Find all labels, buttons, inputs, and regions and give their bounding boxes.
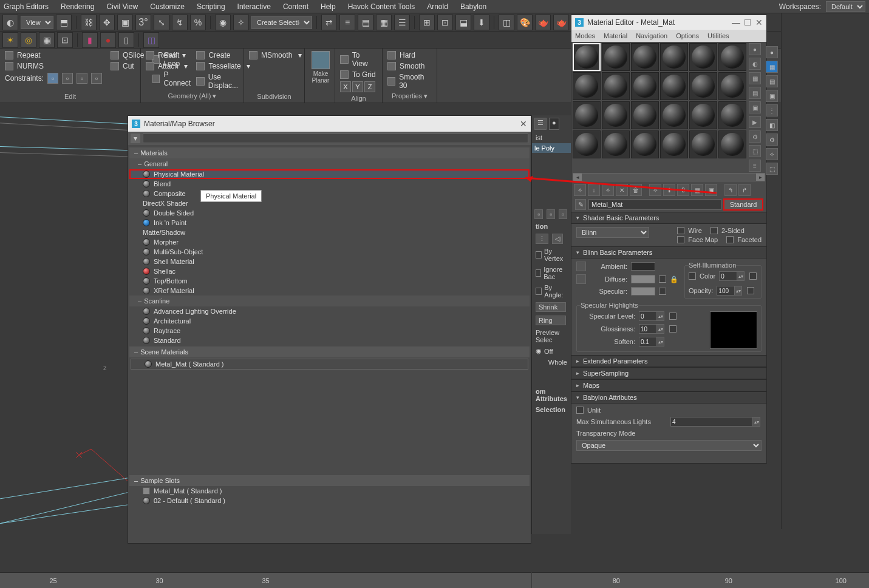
- sample-slot[interactable]: [573, 130, 601, 158]
- background-icon[interactable]: ▦: [749, 72, 761, 84]
- material-name-input[interactable]: [588, 199, 721, 210]
- assign-icon[interactable]: ✧: [602, 184, 614, 196]
- close-icon[interactable]: ✕: [520, 119, 527, 129]
- med-menu-material[interactable]: Material: [604, 32, 627, 39]
- slots-scrollbar[interactable]: ◂▸: [573, 173, 765, 181]
- off-radio[interactable]: ◉Off: [532, 345, 571, 357]
- tool-btn-17[interactable]: ⬓: [455, 15, 471, 30]
- delete-icon[interactable]: 🗑: [630, 184, 642, 196]
- mmb-slot-item-0[interactable]: Metal_Mat ( Standard ): [129, 486, 530, 496]
- rt-icon-4[interactable]: ▣: [766, 90, 778, 102]
- selection-hdr[interactable]: tion: [532, 221, 571, 232]
- icon-4[interactable]: ⊡: [57, 32, 73, 48]
- shader-select[interactable]: Blinn: [576, 227, 649, 238]
- ribbon-usedisplac[interactable]: Use Displac...: [196, 73, 250, 90]
- mmb-titlebar[interactable]: 3 Material/Map Browser ✕: [128, 116, 531, 132]
- ribbon-smooth30[interactable]: Smooth 30: [387, 73, 432, 90]
- mmb-item-architectural[interactable]: Architectural: [129, 316, 530, 326]
- rt-icon-7[interactable]: ⚙: [766, 133, 778, 146]
- mmb-cat-slots[interactable]: –Sample Slots: [129, 475, 530, 486]
- minimize-icon[interactable]: —: [732, 18, 740, 27]
- mmb-item-matte[interactable]: Matte/Shadow: [129, 228, 530, 237]
- app-icon[interactable]: ◐: [2, 15, 18, 30]
- soften-spinner[interactable]: ▴▾: [639, 337, 666, 346]
- backlight-icon[interactable]: ◐: [749, 58, 761, 70]
- wand-icon[interactable]: ✧: [233, 15, 249, 30]
- rt-icon-9[interactable]: ⬚: [766, 163, 778, 175]
- ribbon-relax[interactable]: Relax ▾: [146, 51, 188, 59]
- tool-btn-7[interactable]: ↯: [172, 15, 188, 30]
- gloss-map-btn[interactable]: [669, 325, 676, 333]
- sample-slot[interactable]: [573, 72, 601, 100]
- rt-icon-8[interactable]: ✧: [766, 148, 778, 160]
- menu-customize[interactable]: Customize: [150, 2, 185, 11]
- video-check-icon[interactable]: ▣: [749, 101, 761, 113]
- sample-slot[interactable]: [718, 43, 746, 71]
- go-parent-icon[interactable]: ↰: [724, 184, 737, 196]
- icon-btn[interactable]: ▫: [559, 209, 567, 219]
- icon-8[interactable]: ◫: [143, 32, 159, 48]
- color-checkbox[interactable]: [689, 272, 696, 280]
- sample-slot[interactable]: [689, 43, 717, 71]
- med-menu-options[interactable]: Options: [676, 32, 699, 39]
- unlit-checkbox[interactable]: Unlit: [576, 407, 762, 414]
- med-menu-modes[interactable]: Modes: [575, 32, 595, 39]
- sample-type-icon[interactable]: ●: [749, 43, 761, 55]
- get-material-icon[interactable]: ✧: [574, 184, 586, 196]
- sample-slot[interactable]: [689, 130, 717, 158]
- mmb-scene-item-0[interactable]: Metal_Mat ( Standard ): [131, 359, 528, 370]
- mmb-slot-item-1[interactable]: 02 - Default ( Standard ): [129, 496, 530, 505]
- menu-scripting[interactable]: Scripting: [197, 2, 225, 11]
- mmb-item-raytrace[interactable]: Raytrace: [129, 326, 530, 336]
- ribbon-togrid[interactable]: To Grid: [340, 70, 377, 79]
- select-icon[interactable]: ▣: [117, 15, 133, 30]
- mmb-item-multisub[interactable]: Multi/Sub-Object: [129, 247, 530, 257]
- align-z[interactable]: Z: [364, 81, 375, 92]
- ring-button[interactable]: Ring: [536, 316, 566, 325]
- menu-graph-editors[interactable]: Graph Editors: [4, 2, 49, 11]
- ribbon-smooth[interactable]: Smooth: [387, 62, 432, 70]
- teapot-icon-2[interactable]: 🫖: [553, 15, 569, 30]
- dropdown-arrow-icon[interactable]: ▾: [131, 133, 140, 143]
- download-icon[interactable]: ⬇: [474, 15, 489, 30]
- menu-help[interactable]: Help: [321, 2, 336, 11]
- constraint-btn-1[interactable]: ▫: [47, 73, 58, 84]
- sample-slot[interactable]: [718, 130, 746, 158]
- diffuse-map-btn[interactable]: [659, 275, 666, 283]
- ribbon-repeat[interactable]: Repeat: [5, 51, 102, 59]
- sample-slot[interactable]: [660, 101, 688, 129]
- sample-slot[interactable]: [718, 101, 746, 129]
- mmb-item-standard[interactable]: Standard: [129, 336, 530, 345]
- mmb-subcat-scanline[interactable]: –Scanline: [129, 296, 530, 306]
- sphere-icon[interactable]: ●: [100, 32, 116, 48]
- ignore-back[interactable]: Ignore Bac: [532, 264, 571, 282]
- schematic-icon[interactable]: ⊞: [419, 15, 435, 30]
- menu-content[interactable]: Content: [283, 2, 308, 11]
- layers-icon[interactable]: ▤: [358, 15, 373, 30]
- options-icon[interactable]: ⚙: [749, 130, 761, 143]
- rotate-icon[interactable]: 3°: [135, 15, 151, 30]
- ribbon-group-geometry[interactable]: Geometry (All) ▾: [146, 90, 239, 100]
- material-id-icon[interactable]: ≡: [749, 160, 761, 172]
- menu-babylon[interactable]: Babylon: [460, 2, 486, 11]
- material-effects-icon[interactable]: 0: [677, 184, 689, 196]
- specular-map-btn[interactable]: [659, 288, 666, 295]
- uv-tiling-icon[interactable]: ▤: [749, 87, 761, 99]
- pick-material-icon[interactable]: ✎: [575, 199, 586, 210]
- rollout-maps[interactable]: ▸Maps: [571, 379, 766, 391]
- constraint-btn-2[interactable]: ▫: [62, 73, 73, 84]
- go-forward-icon[interactable]: ↱: [738, 184, 751, 196]
- make-preview-icon[interactable]: ▶: [749, 116, 761, 128]
- scale-icon[interactable]: ⤡: [154, 15, 169, 30]
- menu-civil-view[interactable]: Civil View: [106, 2, 138, 11]
- tool-btn-1[interactable]: ⬒: [56, 15, 72, 30]
- by-angle[interactable]: By Angle:: [532, 282, 571, 300]
- icon-2[interactable]: ◎: [21, 32, 36, 48]
- ribbon-msmooth[interactable]: MSmooth ▾: [249, 51, 302, 59]
- ribbon-attach[interactable]: Attach ▾: [146, 62, 188, 70]
- custom-attrs-hdr[interactable]: om Attributes: [532, 386, 571, 404]
- twosided-checkbox[interactable]: 2-Sided: [711, 227, 745, 234]
- med-titlebar[interactable]: 3 Material Editor - Metal_Mat — ☐ ✕: [571, 15, 766, 30]
- reset-icon[interactable]: ✕: [616, 184, 628, 196]
- mmb-subcat-general[interactable]: –General: [129, 158, 530, 169]
